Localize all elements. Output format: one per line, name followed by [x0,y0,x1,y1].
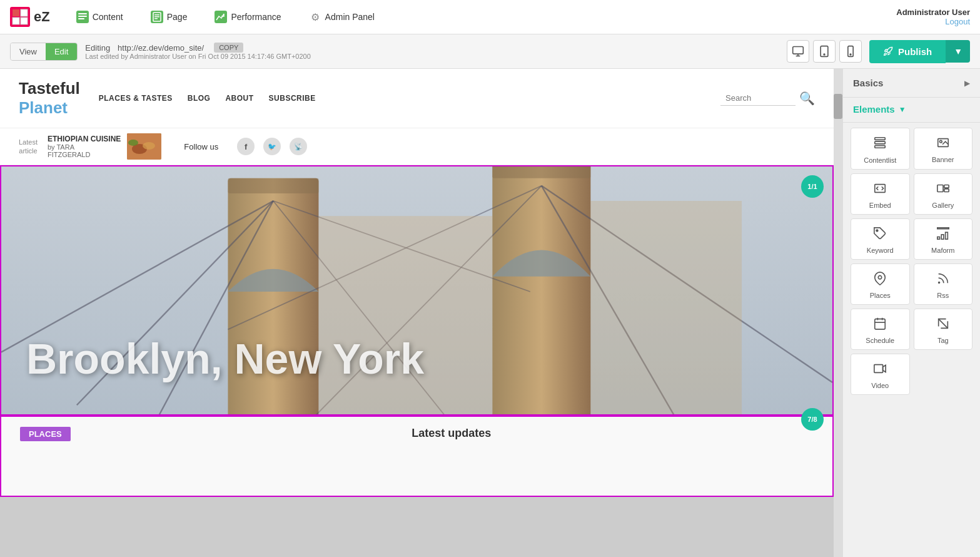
second-block[interactable]: 7/8 PLACES Latest updates [0,416,834,497]
logout-link[interactable]: Logout [896,17,970,26]
element-banner[interactable]: Banner [914,128,973,170]
element-places[interactable]: Places [851,263,910,305]
twitter-icon[interactable]: 🐦 [263,138,281,155]
latest-article: ETHIOPIAN CUISINE by TARA FITZGERALD [48,133,161,160]
nav-subscribe[interactable]: SUBSCRIBE [269,94,316,103]
svg-rect-38 [875,138,886,140]
site-logo: Tasteful Planet [19,79,80,118]
places-label: Places [870,292,891,299]
basics-section[interactable]: Basics ▶ [843,69,980,98]
view-button[interactable]: View [11,43,46,60]
brand-name-2: Planet [19,98,80,118]
svg-rect-2 [13,18,19,24]
copy-button[interactable]: COPY [214,43,243,53]
svg-rect-4 [78,13,87,14]
svg-rect-9 [154,16,159,18]
user-area: Administrator User Logout [896,8,970,26]
gallery-label: Gallery [932,202,954,209]
nav-blog[interactable]: BLOG [188,94,211,103]
editing-info: Editing http://ez.dev/demo_site/ COPY La… [85,43,310,60]
element-tag[interactable]: Tag [914,309,973,350]
svg-rect-49 [941,235,944,239]
publish-button[interactable]: Publish [869,40,946,63]
contentlist-icon [873,136,887,153]
search-icon[interactable]: 🔍 [799,91,815,106]
svg-rect-24 [492,166,590,416]
svg-rect-54 [875,319,886,330]
svg-rect-36 [318,216,492,416]
logo[interactable]: eZ [10,7,50,27]
content-nav-icon [76,11,89,23]
nav-item-performance[interactable]: Performance [207,7,288,27]
keyword-label: Keyword [867,247,894,254]
latest-updates-title: Latest updates [89,427,814,440]
element-gallery[interactable]: Gallery [914,173,973,215]
view-edit-toggle: View Edit [10,43,78,61]
svg-rect-35 [492,166,590,178]
performance-nav-icon [215,11,227,23]
tag-label: Tag [937,337,949,344]
edit-button[interactable]: Edit [46,43,77,60]
banner-icon [936,136,950,152]
svg-rect-11 [793,47,804,54]
svg-rect-1 [21,9,28,16]
svg-rect-45 [944,185,949,188]
second-badge: 7/8 [801,408,824,431]
article-thumbnail [127,133,161,160]
svg-point-17 [850,54,851,55]
svg-rect-46 [944,189,949,192]
element-video[interactable]: Video [851,354,910,395]
svg-point-21 [128,140,138,146]
canvas-scrollbar[interactable] [834,69,842,557]
svg-point-42 [939,140,942,143]
element-contentlist[interactable]: Contentlist [851,128,910,170]
element-rss[interactable]: Rss [914,263,973,305]
tablet-button[interactable] [813,40,836,63]
nav-about[interactable]: ABOUT [225,94,253,103]
svg-point-20 [143,142,155,150]
svg-rect-51 [937,228,949,229]
svg-rect-48 [937,237,940,240]
element-schedule[interactable]: Schedule [851,309,910,350]
svg-rect-10 [154,18,158,19]
hero-block[interactable]: Brooklyn, New York 1/1 [0,165,834,416]
rss-label: Rss [937,292,949,299]
nav-item-admin[interactable]: ⚙ Admin Panel [301,7,382,27]
embed-label: Embed [869,202,891,209]
search-input[interactable] [720,91,796,106]
nav-places-tastes[interactable]: PLACES & TASTES [99,94,173,103]
element-embed[interactable]: Embed [851,173,910,215]
nav-item-content[interactable]: Content [69,7,131,27]
site-search: 🔍 [720,91,815,106]
social-icons: f 🐦 📡 [237,138,307,155]
schedule-icon [873,317,887,333]
schedule-label: Schedule [866,337,894,344]
article-info: ETHIOPIAN CUISINE by TARA FITZGERALD [48,135,121,158]
last-edited-text: Last edited by Administrator User on Fri… [85,53,310,60]
hero-text: Brooklyn, New York [26,334,424,383]
facebook-icon[interactable]: f [237,138,255,155]
desktop-button[interactable] [787,40,809,63]
svg-rect-8 [154,14,159,16]
publish-group: Publish ▼ [869,40,970,63]
rss-icon[interactable]: 📡 [290,138,307,155]
mobile-icon [844,45,857,58]
nav-item-page[interactable]: Page [143,7,195,27]
logo-text: eZ [34,9,50,25]
mobile-button[interactable] [839,40,862,63]
banner-label: Banner [932,156,954,163]
elements-label: Elements [853,104,895,115]
article-author: FITZGERALD [48,151,121,158]
scrollbar-thumb[interactable] [834,94,842,119]
page-canvas[interactable]: Tasteful Planet PLACES & TASTES BLOG ABO… [0,69,842,557]
svg-rect-3 [21,18,28,24]
publish-dropdown-button[interactable]: ▼ [946,40,970,63]
element-maform[interactable]: Maform [914,218,973,260]
tablet-icon [818,45,831,58]
contentlist-label: Contentlist [864,156,896,164]
basics-arrow: ▶ [964,79,970,88]
elements-section-header[interactable]: Elements ▼ [843,98,980,123]
element-keyword[interactable]: Keyword [851,218,910,260]
svg-point-53 [938,282,939,284]
editing-prefix: Editing [85,43,110,53]
